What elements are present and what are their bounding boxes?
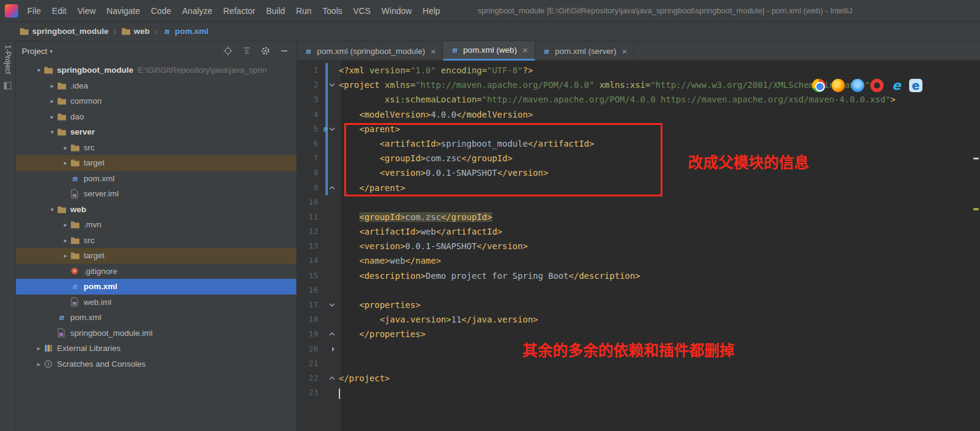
menu-item-run[interactable]: Run	[290, 1, 317, 21]
tree-item-src[interactable]: ▸src	[16, 140, 296, 156]
breadcrumb-item-pom.xml[interactable]: mpom.xml	[162, 27, 209, 36]
tree-item-springboot_module.iml[interactable]: springboot_module.iml	[16, 326, 296, 341]
tree-expand-arrow[interactable]: ▸	[61, 144, 70, 151]
fold-down-icon[interactable]	[329, 303, 335, 307]
tree-expand-arrow[interactable]: ▸	[61, 221, 70, 228]
code-token: web	[421, 227, 436, 236]
chrome-icon[interactable]	[812, 79, 825, 92]
code-line[interactable]: 18 <java.version>11</java.version>	[297, 312, 972, 327]
gear-icon[interactable]	[261, 46, 270, 56]
editor-scrollbar[interactable]	[972, 61, 980, 431]
breadcrumb-item-web[interactable]: web	[121, 27, 150, 36]
project-stripe-tab[interactable]: 1-Project	[4, 45, 12, 74]
code-line[interactable]: 16	[297, 283, 972, 298]
tree-item-.idea[interactable]: ▸.idea	[16, 78, 296, 94]
ie-icon[interactable]: e	[890, 79, 903, 92]
tree-item-target[interactable]: ▸target	[16, 248, 296, 264]
tool-window-stripe: 1-Project	[0, 41, 16, 431]
fold-up-icon[interactable]	[329, 332, 335, 336]
code-line[interactable]: 15 <description>Demo project for Spring …	[297, 269, 972, 283]
tree-item-common[interactable]: ▸common	[16, 93, 296, 109]
code-line[interactable]: 10	[297, 195, 972, 210]
tree-collapse-arrow[interactable]: ▾	[34, 67, 44, 73]
menu-item-code[interactable]: Code	[145, 1, 176, 21]
fold-up-icon[interactable]	[329, 186, 335, 190]
code-line[interactable]: 23	[297, 386, 972, 400]
fold-right-icon[interactable]	[332, 346, 335, 352]
menu-item-navigate[interactable]: Navigate	[101, 1, 145, 21]
tree-item-.gitignore[interactable]: .gitignore	[16, 264, 296, 279]
code-line[interactable]: 22</project>	[297, 371, 972, 386]
tree-expand-arrow[interactable]: ▸	[34, 361, 44, 367]
close-tab-icon[interactable]: ×	[431, 46, 436, 56]
scrollbar-mark	[973, 208, 979, 210]
tree-item-pom.xml[interactable]: mpom.xml	[16, 279, 296, 295]
hide-panel-button[interactable]	[279, 46, 289, 56]
menu-item-view[interactable]: View	[72, 1, 101, 21]
tree-expand-arrow[interactable]: ▸	[61, 237, 70, 244]
close-tab-icon[interactable]: ×	[522, 45, 528, 55]
editor-tab[interactable]: mpom.xml (server)×	[535, 41, 635, 61]
fold-down-icon[interactable]	[329, 127, 335, 131]
menu-item-build[interactable]: Build	[261, 1, 290, 21]
breadcrumb-item-springboot_module[interactable]: springboot_module	[19, 27, 108, 36]
close-tab-icon[interactable]: ×	[622, 46, 627, 56]
tree-item-.mvn[interactable]: ▸.mvn	[16, 217, 296, 233]
code-line[interactable]: 13 <version>0.0.1-SNAPSHOT</version>	[297, 239, 972, 253]
tree-item-dao[interactable]: ▸dao	[16, 109, 296, 125]
menu-item-tools[interactable]: Tools	[317, 1, 348, 21]
editor-tab[interactable]: mpom.xml (web)×	[443, 41, 535, 61]
tree-item-pom.xml[interactable]: mpom.xml	[16, 310, 296, 326]
line-number: 13	[297, 239, 322, 253]
tree-expand-arrow[interactable]: ▸	[61, 252, 70, 259]
tree-item-target[interactable]: ▸target	[16, 155, 296, 171]
menu-item-window[interactable]: Window	[376, 1, 418, 21]
tree-expand-arrow[interactable]: ▸	[47, 98, 57, 104]
maven-gutter-icon[interactable]: m	[324, 125, 328, 133]
menu-item-file[interactable]: File	[22, 1, 47, 21]
line-number: 3	[297, 92, 322, 107]
tree-expand-arrow[interactable]: ▸	[47, 82, 57, 89]
code-token	[339, 212, 359, 222]
code-line[interactable]: 3 xsi:schemaLocation="http://maven.apach…	[297, 92, 972, 107]
locate-file-button[interactable]	[223, 46, 233, 56]
line-number: 19	[297, 327, 322, 341]
firefox-icon[interactable]	[832, 79, 845, 92]
tree-item-server[interactable]: ▾server	[16, 124, 296, 140]
editor-body[interactable]: 1<?xml version="1.0" encoding="UTF-8"?>2…	[297, 61, 980, 431]
menu-item-vcs[interactable]: VCS	[348, 1, 376, 21]
tree-item-scratches-and-consoles[interactable]: ▸Scratches and Consoles	[16, 356, 296, 372]
tree-item-web[interactable]: ▾web	[16, 202, 296, 218]
fold-up-icon[interactable]	[329, 376, 335, 380]
project-view-selector[interactable]: Project ▾	[22, 47, 53, 56]
edge-icon[interactable]: e	[909, 79, 922, 92]
tree-collapse-arrow[interactable]: ▾	[47, 206, 57, 213]
folder-icon	[57, 81, 67, 90]
editor-tab[interactable]: mpom.xml (springboot_module)×	[297, 41, 443, 61]
menu-item-help[interactable]: Help	[417, 1, 445, 21]
tree-expand-arrow[interactable]: ▸	[34, 345, 44, 352]
opera-icon[interactable]	[870, 79, 884, 92]
code-line[interactable]: 17 <properties>	[297, 298, 972, 312]
code-line[interactable]: 12 <artifactId>web</artifactId>	[297, 224, 972, 239]
tree-expand-arrow[interactable]: ▸	[61, 159, 70, 166]
tree-item-src[interactable]: ▸src	[16, 233, 296, 249]
collapse-all-button[interactable]	[242, 46, 252, 56]
code-line[interactable]: 4 <modelVersion>4.0.0</modelVersion>	[297, 107, 972, 122]
code-line[interactable]: 11 <groupId>com.zsc</groupId>	[297, 210, 972, 224]
menu-item-edit[interactable]: Edit	[47, 1, 72, 21]
menu-item-refactor[interactable]: Refactor	[218, 1, 261, 21]
menu-item-analyze[interactable]: Analyze	[177, 1, 218, 21]
tree-item-web.iml[interactable]: web.iml	[16, 295, 296, 310]
tree-item-pom.xml[interactable]: mpom.xml	[16, 171, 296, 187]
tree-expand-arrow[interactable]: ▸	[47, 113, 57, 120]
tree-item-external-libraries[interactable]: ▸External Libraries	[16, 341, 296, 356]
project-tree: ▾springboot_moduleE:\Git\GitRepository\j…	[16, 61, 296, 372]
code-line[interactable]: 14 <name>web</name>	[297, 253, 972, 268]
fold-down-icon[interactable]	[329, 83, 335, 87]
tree-item-server.iml[interactable]: server.iml	[16, 186, 296, 202]
safari-icon[interactable]	[851, 79, 864, 92]
tree-collapse-arrow[interactable]: ▾	[47, 129, 57, 135]
code-line[interactable]: 1<?xml version="1.0" encoding="UTF-8"?>	[297, 63, 972, 78]
tree-item-springboot_module[interactable]: ▾springboot_moduleE:\Git\GitRepository\j…	[16, 62, 296, 78]
